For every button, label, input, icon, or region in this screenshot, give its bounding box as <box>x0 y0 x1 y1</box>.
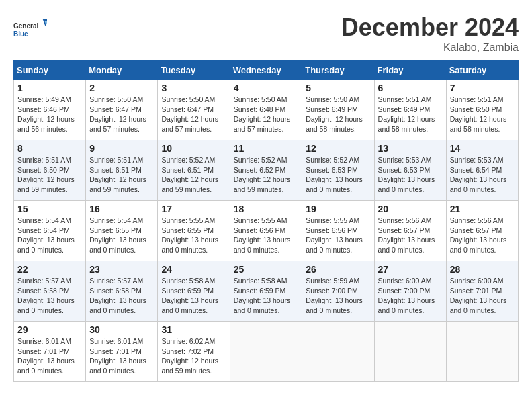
calendar-week-1: 1Sunrise: 5:49 AM Sunset: 6:46 PM Daylig… <box>14 80 519 140</box>
day-number: 28 <box>450 264 515 275</box>
table-row: 6Sunrise: 5:51 AM Sunset: 6:49 PM Daylig… <box>374 80 446 140</box>
day-info: Sunrise: 5:55 AM Sunset: 6:56 PM Dayligh… <box>306 216 370 255</box>
table-row: 21Sunrise: 5:56 AM Sunset: 6:57 PM Dayli… <box>446 201 518 261</box>
day-number: 30 <box>89 324 154 335</box>
day-info: Sunrise: 5:51 AM Sunset: 6:50 PM Dayligh… <box>17 155 82 195</box>
day-info: Sunrise: 5:55 AM Sunset: 6:56 PM Dayligh… <box>234 216 299 255</box>
day-number: 5 <box>306 83 370 93</box>
table-row: 17Sunrise: 5:55 AM Sunset: 6:55 PM Dayli… <box>158 201 230 261</box>
day-number: 16 <box>89 203 154 214</box>
day-number: 3 <box>161 83 226 93</box>
calendar-week-2: 8Sunrise: 5:51 AM Sunset: 6:50 PM Daylig… <box>14 140 519 201</box>
table-row: 9Sunrise: 5:51 AM Sunset: 6:51 PM Daylig… <box>86 140 158 201</box>
day-number: 17 <box>161 203 226 214</box>
table-row: 27Sunrise: 6:00 AM Sunset: 7:00 PM Dayli… <box>374 261 446 322</box>
header-wednesday: Wednesday <box>230 61 302 80</box>
day-number: 18 <box>234 203 299 214</box>
day-number: 15 <box>17 203 82 214</box>
table-row: 20Sunrise: 5:56 AM Sunset: 6:57 PM Dayli… <box>374 201 446 261</box>
table-row: 3Sunrise: 5:50 AM Sunset: 6:47 PM Daylig… <box>158 80 230 140</box>
day-info: Sunrise: 5:51 AM Sunset: 6:51 PM Dayligh… <box>89 155 154 195</box>
table-row: 10Sunrise: 5:52 AM Sunset: 6:51 PM Dayli… <box>158 140 230 201</box>
header-sunday: Sunday <box>14 61 86 80</box>
day-info: Sunrise: 6:00 AM Sunset: 7:00 PM Dayligh… <box>378 276 443 316</box>
day-info: Sunrise: 5:52 AM Sunset: 6:52 PM Dayligh… <box>234 155 299 195</box>
month-title: December 2024 <box>341 13 519 42</box>
calendar-week-4: 22Sunrise: 5:57 AM Sunset: 6:58 PM Dayli… <box>14 261 519 322</box>
calendar-header-row: Sunday Monday Tuesday Wednesday Thursday… <box>14 61 519 80</box>
day-info: Sunrise: 5:54 AM Sunset: 6:54 PM Dayligh… <box>17 216 82 255</box>
day-number: 23 <box>89 264 154 275</box>
table-row: 4Sunrise: 5:50 AM Sunset: 6:48 PM Daylig… <box>230 80 302 140</box>
table-row: 2Sunrise: 5:50 AM Sunset: 6:47 PM Daylig… <box>86 80 158 140</box>
svg-text:Blue: Blue <box>13 30 28 38</box>
header-monday: Monday <box>86 61 158 80</box>
day-number: 1 <box>17 83 82 93</box>
header-tuesday: Tuesday <box>158 61 230 80</box>
table-row <box>446 322 518 382</box>
day-number: 6 <box>378 83 443 93</box>
day-number: 11 <box>234 143 299 154</box>
day-info: Sunrise: 5:50 AM Sunset: 6:49 PM Dayligh… <box>306 95 370 134</box>
day-info: Sunrise: 5:56 AM Sunset: 6:57 PM Dayligh… <box>378 216 443 255</box>
day-info: Sunrise: 5:59 AM Sunset: 7:00 PM Dayligh… <box>306 276 370 316</box>
calendar-week-5: 29Sunrise: 6:01 AM Sunset: 7:01 PM Dayli… <box>14 322 519 382</box>
day-info: Sunrise: 5:55 AM Sunset: 6:55 PM Dayligh… <box>161 216 226 255</box>
table-row: 16Sunrise: 5:54 AM Sunset: 6:55 PM Dayli… <box>86 201 158 261</box>
day-info: Sunrise: 5:58 AM Sunset: 6:59 PM Dayligh… <box>234 276 299 316</box>
logo: General Blue <box>13 13 48 47</box>
day-info: Sunrise: 6:02 AM Sunset: 7:02 PM Dayligh… <box>161 336 226 376</box>
table-row: 25Sunrise: 5:58 AM Sunset: 6:59 PM Dayli… <box>230 261 302 322</box>
day-number: 27 <box>378 264 443 275</box>
table-row: 11Sunrise: 5:52 AM Sunset: 6:52 PM Dayli… <box>230 140 302 201</box>
day-info: Sunrise: 5:51 AM Sunset: 6:49 PM Dayligh… <box>378 95 443 134</box>
day-number: 4 <box>234 83 299 93</box>
day-number: 7 <box>450 83 515 93</box>
table-row: 8Sunrise: 5:51 AM Sunset: 6:50 PM Daylig… <box>14 140 86 201</box>
table-row: 26Sunrise: 5:59 AM Sunset: 7:00 PM Dayli… <box>302 261 374 322</box>
table-row: 5Sunrise: 5:50 AM Sunset: 6:49 PM Daylig… <box>302 80 374 140</box>
day-number: 8 <box>17 143 82 154</box>
calendar-week-3: 15Sunrise: 5:54 AM Sunset: 6:54 PM Dayli… <box>14 201 519 261</box>
day-number: 26 <box>306 264 370 275</box>
day-info: Sunrise: 5:56 AM Sunset: 6:57 PM Dayligh… <box>450 216 515 255</box>
day-info: Sunrise: 5:49 AM Sunset: 6:46 PM Dayligh… <box>17 95 82 134</box>
svg-text:General: General <box>13 22 38 30</box>
day-info: Sunrise: 5:53 AM Sunset: 6:53 PM Dayligh… <box>378 155 443 195</box>
day-number: 20 <box>378 203 443 214</box>
table-row: 30Sunrise: 6:01 AM Sunset: 7:01 PM Dayli… <box>86 322 158 382</box>
day-info: Sunrise: 5:50 AM Sunset: 6:48 PM Dayligh… <box>234 95 299 134</box>
day-info: Sunrise: 5:52 AM Sunset: 6:53 PM Dayligh… <box>306 155 370 195</box>
table-row <box>374 322 446 382</box>
table-row: 14Sunrise: 5:53 AM Sunset: 6:54 PM Dayli… <box>446 140 518 201</box>
table-row: 23Sunrise: 5:57 AM Sunset: 6:58 PM Dayli… <box>86 261 158 322</box>
table-row: 12Sunrise: 5:52 AM Sunset: 6:53 PM Dayli… <box>302 140 374 201</box>
day-info: Sunrise: 5:50 AM Sunset: 6:47 PM Dayligh… <box>161 95 226 134</box>
table-row <box>230 322 302 382</box>
day-info: Sunrise: 5:50 AM Sunset: 6:47 PM Dayligh… <box>89 95 154 134</box>
header-friday: Friday <box>374 61 446 80</box>
table-row: 1Sunrise: 5:49 AM Sunset: 6:46 PM Daylig… <box>14 80 86 140</box>
day-number: 22 <box>17 264 82 275</box>
day-number: 19 <box>306 203 370 214</box>
calendar: Sunday Monday Tuesday Wednesday Thursday… <box>13 60 519 382</box>
table-row: 24Sunrise: 5:58 AM Sunset: 6:59 PM Dayli… <box>158 261 230 322</box>
day-number: 21 <box>450 203 515 214</box>
table-row <box>302 322 374 382</box>
day-number: 10 <box>161 143 226 154</box>
header: General Blue December 2024 Kalabo, Zambi… <box>13 13 519 54</box>
table-row: 19Sunrise: 5:55 AM Sunset: 6:56 PM Dayli… <box>302 201 374 261</box>
header-saturday: Saturday <box>446 61 518 80</box>
day-number: 24 <box>161 264 226 275</box>
title-area: December 2024 Kalabo, Zambia <box>341 13 519 54</box>
day-info: Sunrise: 5:52 AM Sunset: 6:51 PM Dayligh… <box>161 155 226 195</box>
table-row: 13Sunrise: 5:53 AM Sunset: 6:53 PM Dayli… <box>374 140 446 201</box>
table-row: 22Sunrise: 5:57 AM Sunset: 6:58 PM Dayli… <box>14 261 86 322</box>
table-row: 29Sunrise: 6:01 AM Sunset: 7:01 PM Dayli… <box>14 322 86 382</box>
day-number: 31 <box>161 324 226 335</box>
day-info: Sunrise: 6:01 AM Sunset: 7:01 PM Dayligh… <box>17 336 82 376</box>
day-number: 29 <box>17 324 82 335</box>
day-info: Sunrise: 5:53 AM Sunset: 6:54 PM Dayligh… <box>450 155 515 195</box>
day-info: Sunrise: 5:57 AM Sunset: 6:58 PM Dayligh… <box>89 276 154 316</box>
day-number: 9 <box>89 143 154 154</box>
